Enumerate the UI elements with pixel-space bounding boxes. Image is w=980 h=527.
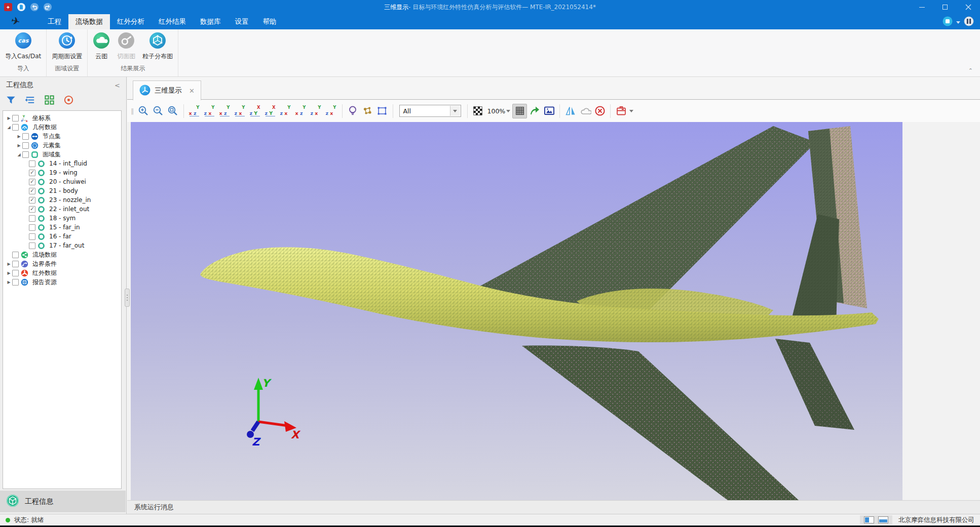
- save-quick-icon[interactable]: [17, 3, 25, 11]
- viewport-3d[interactable]: Y X Z: [131, 122, 902, 500]
- tree-row[interactable]: ▶节点集: [3, 132, 121, 141]
- tree-checkbox[interactable]: [29, 215, 35, 222]
- tree-checkbox[interactable]: [12, 279, 19, 286]
- tree-checkbox[interactable]: [29, 179, 35, 185]
- menu-item-2[interactable]: 红外分析: [110, 14, 152, 29]
- tree-row[interactable]: 20 - chuiwei: [3, 177, 121, 186]
- ribbon-button-cycle[interactable]: 周期面设置: [48, 32, 86, 61]
- tree-checkbox[interactable]: [12, 252, 19, 258]
- view-iso-3-icon[interactable]: Yz x: [310, 105, 322, 117]
- tree-row[interactable]: 19 - wing: [3, 168, 121, 177]
- snapshot-icon[interactable]: [542, 104, 556, 118]
- close-button[interactable]: [957, 0, 980, 14]
- menu-item-0[interactable]: 工程: [41, 14, 68, 29]
- tree-checkbox[interactable]: [29, 233, 35, 240]
- style-picker-icon[interactable]: [943, 16, 953, 28]
- menu-item-6[interactable]: 帮助: [256, 14, 284, 29]
- tree-row[interactable]: ▶报告资源: [3, 277, 121, 287]
- view-iso-2-icon[interactable]: Yx z: [295, 105, 307, 117]
- smooth-icon[interactable]: [578, 104, 592, 118]
- menu-item-3[interactable]: 红外结果: [152, 14, 193, 29]
- tree-row[interactable]: 16 - far: [3, 232, 121, 241]
- menu-item-1[interactable]: 流场数据: [68, 14, 110, 29]
- menu-item-4[interactable]: 数据库: [193, 14, 228, 29]
- menu-item-5[interactable]: 设置: [228, 14, 256, 29]
- tree-row[interactable]: ◢几何数据: [3, 123, 121, 132]
- style-caret-icon[interactable]: [956, 21, 960, 24]
- tree-checkbox[interactable]: [29, 188, 35, 194]
- zoom-in-icon[interactable]: [136, 104, 151, 118]
- locate-icon[interactable]: [62, 94, 75, 106]
- tree-checkbox[interactable]: [12, 261, 19, 267]
- box-select-icon[interactable]: [375, 104, 390, 118]
- light-icon[interactable]: [346, 104, 360, 118]
- view-front-icon[interactable]: Yx z: [189, 105, 201, 117]
- tree-checkbox[interactable]: [29, 224, 35, 231]
- restore-button[interactable]: [933, 0, 957, 14]
- tree-checkbox[interactable]: [12, 124, 19, 131]
- tree-checkbox[interactable]: [29, 160, 35, 167]
- ribbon-button-cloud[interactable]: 云图: [89, 32, 114, 61]
- mirror-icon[interactable]: [563, 104, 578, 118]
- tree-expander-icon[interactable]: ▶: [16, 134, 22, 139]
- save-view-icon[interactable]: [614, 104, 628, 118]
- view-top-icon[interactable]: Xz Y: [249, 105, 261, 117]
- tab-close-icon[interactable]: ✕: [189, 87, 195, 95]
- view-back-icon[interactable]: Yz x: [204, 105, 216, 117]
- ribbon-button-cas[interactable]: cas导入Cas/Dat: [2, 32, 45, 61]
- panel-splitter-handle[interactable]: [125, 289, 130, 307]
- tree-checkbox[interactable]: [22, 142, 29, 149]
- display-filter-combobox[interactable]: All: [399, 105, 461, 117]
- transparency-icon[interactable]: [471, 104, 485, 118]
- tree-checkbox[interactable]: [29, 242, 35, 249]
- view-left-icon[interactable]: Yx z: [219, 105, 231, 117]
- tree-expander-icon[interactable]: ▶: [6, 280, 12, 285]
- save-view-caret-icon[interactable]: [629, 110, 633, 112]
- export-icon[interactable]: [527, 104, 542, 118]
- grid-view-icon[interactable]: [43, 94, 56, 106]
- tree-checkbox[interactable]: [22, 151, 29, 158]
- tree-checkbox[interactable]: [29, 206, 35, 213]
- tree-checkbox[interactable]: [12, 115, 19, 121]
- undo-icon[interactable]: [30, 3, 39, 11]
- panel-footer-tab[interactable]: 工程信息: [0, 491, 126, 512]
- particle-display-icon[interactable]: [360, 104, 375, 118]
- layout-left-panel-icon[interactable]: [864, 516, 874, 523]
- panel-collapse-icon[interactable]: <: [115, 82, 120, 89]
- view-iso-1-icon[interactable]: Yz x: [280, 105, 292, 117]
- toolbar-grip[interactable]: ‖: [131, 107, 133, 115]
- tree-expander-icon[interactable]: ▶: [6, 262, 12, 266]
- collapse-all-icon[interactable]: [23, 94, 36, 106]
- tree-row[interactable]: 17 - far_out: [3, 241, 121, 250]
- view-iso-4-icon[interactable]: Yz x: [325, 105, 337, 117]
- tree-row[interactable]: 15 - far_in: [3, 223, 121, 232]
- tree-row[interactable]: ◢面域集: [3, 150, 121, 159]
- theme-picker-icon[interactable]: [964, 16, 974, 28]
- redo-icon[interactable]: [44, 3, 52, 11]
- tree-row[interactable]: 22 - inlet_out: [3, 205, 121, 214]
- tree-row[interactable]: ▶元素集: [3, 141, 121, 150]
- combobox-dropdown-icon[interactable]: [450, 106, 460, 116]
- tree-expander-icon[interactable]: ◢: [6, 125, 12, 130]
- clear-view-icon[interactable]: [592, 104, 607, 118]
- minimize-button[interactable]: [910, 0, 933, 14]
- tree-expander-icon[interactable]: ◢: [16, 152, 22, 157]
- tree-row[interactable]: 18 - sym: [3, 214, 121, 223]
- tree-row[interactable]: ▶Yzx坐标系: [3, 113, 121, 123]
- tree-row[interactable]: 流场数据: [3, 250, 121, 259]
- tree-row[interactable]: 23 - nozzle_in: [3, 195, 121, 205]
- pin-icon[interactable]: ✦: [4, 3, 12, 11]
- tree-row[interactable]: 14 - int_fluid: [3, 159, 121, 168]
- tree-checkbox[interactable]: [29, 170, 35, 176]
- tree-checkbox[interactable]: [12, 270, 19, 276]
- tree-expander-icon[interactable]: ▶: [16, 143, 22, 148]
- zoom-fit-icon[interactable]: [166, 104, 180, 118]
- layout-bottom-panel-icon[interactable]: [878, 516, 888, 523]
- tree-checkbox[interactable]: [29, 197, 35, 204]
- tab-3d-view[interactable]: 三维显示 ✕: [133, 80, 201, 100]
- tree-expander-icon[interactable]: ▶: [6, 271, 12, 275]
- tree-row[interactable]: ▶边界条件: [3, 259, 121, 268]
- view-right-icon[interactable]: Yz x: [234, 105, 246, 117]
- zoom-level-dropdown[interactable]: 100%: [487, 107, 511, 115]
- view-bottom-icon[interactable]: Xz Y: [265, 105, 277, 117]
